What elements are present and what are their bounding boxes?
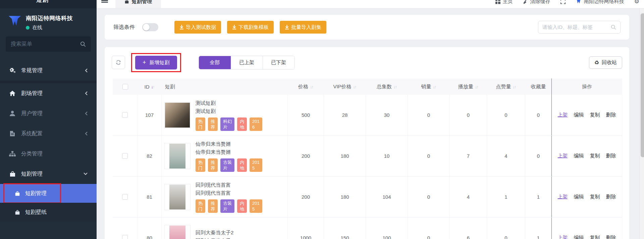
table-search-input[interactable]: 请输入ID、标题、标签	[538, 21, 621, 34]
favorites-cell: 1	[525, 218, 551, 239]
copy-link[interactable]: 复制	[590, 153, 600, 159]
drama-subtitle: 回到大秦当太子2	[196, 237, 233, 239]
drama-list-card: + 新增短剧 全部 已上架 已下架 ♻ 回收站 ID ↓↑ 短剧	[105, 47, 629, 239]
download-icon	[285, 25, 289, 30]
drama-tags: 热 门推 荐古装 片内 地201 5	[196, 199, 262, 213]
thumbnail-image	[169, 144, 185, 169]
sidebar-menu: 常规管理 剧场管理 用户管理 系统配置 分类管理 短剧管理	[0, 60, 97, 222]
sidebar-item-system-config[interactable]: 系统配置	[0, 124, 97, 144]
table-row: 82 仙帝归来当赘婿 仙帝归来当赘婿 热 门推 荐古装 片内 地201 5 20…	[113, 136, 622, 177]
brand-logo-icon	[8, 14, 21, 27]
card-toolbar: + 新增短剧 全部 已上架 已下架 ♻ 回收站	[112, 53, 622, 72]
row-checkbox[interactable]	[122, 153, 128, 159]
drama-tags: 热 门推 荐科幻 片内 地201 6	[196, 117, 262, 131]
menu-search-input[interactable]: 搜索菜单	[6, 37, 91, 52]
drama-tag: 201 5	[250, 158, 262, 172]
sidebar-item-user-management[interactable]: 用户管理	[0, 103, 97, 124]
download-icon	[232, 25, 236, 30]
row-checkbox[interactable]	[122, 112, 128, 118]
sidebar-top-strip: 短剧	[0, 0, 97, 8]
filter-card: 筛选条件 导入测试数据 下载剧集模板 批量导入剧集 请输入ID、标题、标签	[105, 15, 629, 40]
copy-link[interactable]: 复制	[590, 112, 600, 118]
vip-price-cell: 28	[324, 95, 366, 135]
gears-icon	[9, 67, 16, 74]
copy-link[interactable]: 复制	[590, 235, 600, 239]
sort-icon[interactable]: ↓↑	[151, 84, 155, 89]
filter-label: 筛选条件	[113, 24, 135, 31]
publish-link[interactable]: 上架	[558, 112, 568, 118]
recycle-bin-button[interactable]: ♻ 回收站	[589, 56, 622, 69]
delete-link[interactable]: 删除	[606, 235, 616, 239]
sort-icon[interactable]: ↓↑	[433, 84, 437, 89]
sort-icon[interactable]: ↓↑	[310, 84, 314, 89]
tab-on-shelf[interactable]: 已上架	[231, 56, 263, 69]
account-menu[interactable]: 南阳迈特网络科技	[576, 0, 624, 5]
annotation-red-box: + 新增短剧	[131, 53, 181, 72]
drama-thumbnail	[164, 143, 191, 169]
topbar-active-tab[interactable]: 短剧管理	[115, 0, 161, 8]
delete-link[interactable]: 删除	[606, 153, 616, 159]
delete-link[interactable]: 删除	[606, 194, 616, 200]
sales-cell: 0	[408, 218, 450, 239]
copy-link[interactable]: 复制	[590, 194, 600, 200]
download-episode-template-button[interactable]: 下载剧集模板	[227, 21, 274, 34]
chevron-down-icon	[83, 172, 88, 176]
edit-link[interactable]: 编辑	[574, 235, 584, 239]
submenu-item-drama-wallpaper[interactable]: 短剧壁纸	[0, 203, 97, 222]
episodes-cell: 10	[366, 136, 408, 176]
filter-toggle[interactable]	[142, 23, 158, 31]
plays-cell: 4	[450, 177, 487, 217]
clear-cache-link[interactable]: 清除缓存	[523, 0, 550, 5]
home-link[interactable]: 主页	[495, 0, 513, 5]
vip-price-cell: 180	[324, 177, 366, 217]
edit-link[interactable]: 编辑	[574, 153, 584, 159]
vertical-scrollbar[interactable]	[639, 8, 644, 239]
sidebar-item-category-management[interactable]: 分类管理	[0, 144, 97, 164]
episodes-cell: 100	[366, 218, 408, 239]
drama-subtitle: 仙帝归来当赘婿	[196, 148, 262, 156]
delete-link[interactable]: 删除	[606, 112, 616, 118]
select-all-checkbox[interactable]	[122, 84, 128, 90]
scrollbar-thumb[interactable]	[640, 13, 644, 157]
tab-all[interactable]: 全部	[199, 56, 231, 69]
add-drama-button[interactable]: + 新增短剧	[135, 56, 177, 69]
price-cell: 1000	[288, 218, 324, 239]
bag-icon	[14, 210, 21, 215]
drama-title: 测试短剧	[196, 99, 262, 107]
chevron-left-icon	[85, 111, 88, 116]
brand-logo-icon	[576, 0, 582, 4]
plays-cell: 7	[450, 136, 487, 176]
row-checkbox[interactable]	[122, 235, 128, 239]
batch-import-episodes-button[interactable]: 批量导入剧集	[280, 21, 326, 34]
download-icon	[179, 25, 184, 30]
status-filter-tabs: 全部 已上架 已下架	[199, 56, 295, 69]
edit-link[interactable]: 编辑	[574, 194, 584, 200]
vip-price-cell: 150	[324, 218, 366, 239]
sort-icon[interactable]: ↓↑	[353, 84, 357, 89]
import-test-data-button[interactable]: 导入测试数据	[174, 21, 221, 34]
sidebar-item-general-management[interactable]: 常规管理	[0, 60, 97, 81]
sidebar-item-theater-management[interactable]: 剧场管理	[0, 83, 97, 103]
drama-tag: 推 荐	[208, 199, 218, 213]
sort-icon[interactable]: ↓↑	[475, 84, 479, 89]
search-icon	[611, 25, 616, 30]
sort-icon[interactable]: ↓↑	[513, 84, 517, 89]
fullscreen-toggle[interactable]	[560, 0, 566, 4]
publish-link[interactable]: 上架	[558, 235, 568, 239]
bag-icon	[124, 0, 129, 4]
sidebar-item-drama-management[interactable]: 短剧管理	[0, 164, 97, 184]
refresh-button[interactable]	[112, 56, 125, 69]
corner-clipped-text: 短剧	[36, 0, 49, 4]
submenu-item-drama-management[interactable]: 短剧管理	[0, 184, 97, 203]
publish-link[interactable]: 上架	[558, 153, 568, 159]
settings-gear-icon[interactable]: ⚙	[634, 0, 639, 5]
publish-link[interactable]: 上架	[558, 194, 568, 200]
table-row: 80 回到大秦当太子2 回到大秦当太子2 1000 150 100 0 6 0 …	[113, 218, 622, 239]
row-checkbox[interactable]	[122, 194, 128, 200]
hamburger-menu-icon[interactable]	[101, 0, 108, 4]
thumbnail-image	[169, 185, 185, 209]
tab-off-shelf[interactable]: 已下架	[263, 56, 294, 69]
edit-link[interactable]: 编辑	[574, 112, 584, 118]
grid-icon	[495, 0, 500, 4]
sort-icon[interactable]: ↓↑	[393, 84, 397, 89]
